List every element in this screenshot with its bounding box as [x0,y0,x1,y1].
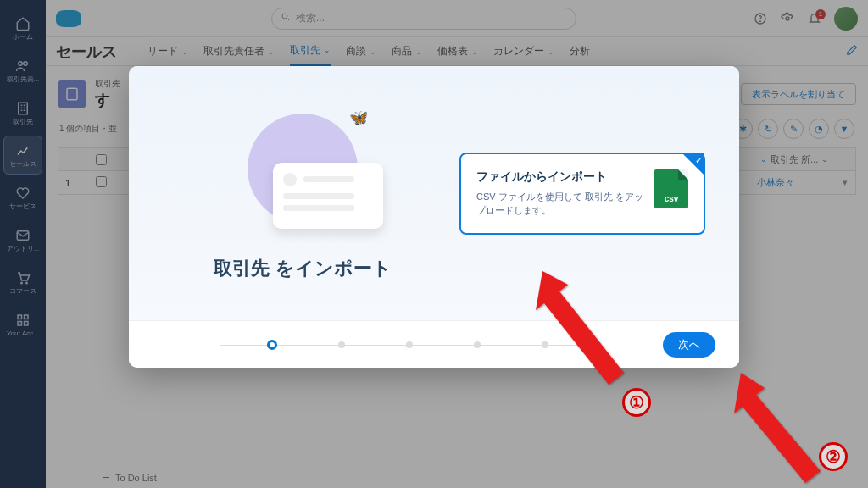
modal-body: 🦋 取引先 をインポート ファイルからインポート CSV ファイルを使用して 取… [129,66,739,320]
import-from-file-option[interactable]: ファイルからインポート CSV ファイルを使用して 取引先 をアップロードします… [459,152,705,235]
modal-left-column: 🦋 取引先 をインポート [163,105,442,281]
callout-number-2: ② [819,442,848,471]
step-dot-3 [406,341,413,348]
step-dot-2 [338,341,345,348]
step-dot-4 [474,341,481,348]
step-dot-5 [542,341,548,348]
callout-number-1: ① [622,388,651,417]
option-title: ファイルからインポート [476,169,644,185]
modal-overlay: ✕ 🦋 取引先 をインポート ファイルからインポート CSV ファイルを使用して… [0,0,868,488]
import-illustration: 🦋 [214,105,392,232]
csv-file-icon [654,169,688,208]
modal-footer: 次へ [129,320,739,368]
import-modal: 🦋 取引先 をインポート ファイルからインポート CSV ファイルを使用して 取… [129,66,739,368]
button-label: 次へ [678,338,700,351]
next-button[interactable]: 次へ [663,332,715,358]
butterfly-icon: 🦋 [349,108,368,127]
step-dot-1 [267,340,277,350]
wizard-stepper [153,340,663,350]
option-description: CSV ファイルを使用して 取引先 をアップロードします。 [476,190,644,218]
modal-title: 取引先 をインポート [214,256,391,281]
